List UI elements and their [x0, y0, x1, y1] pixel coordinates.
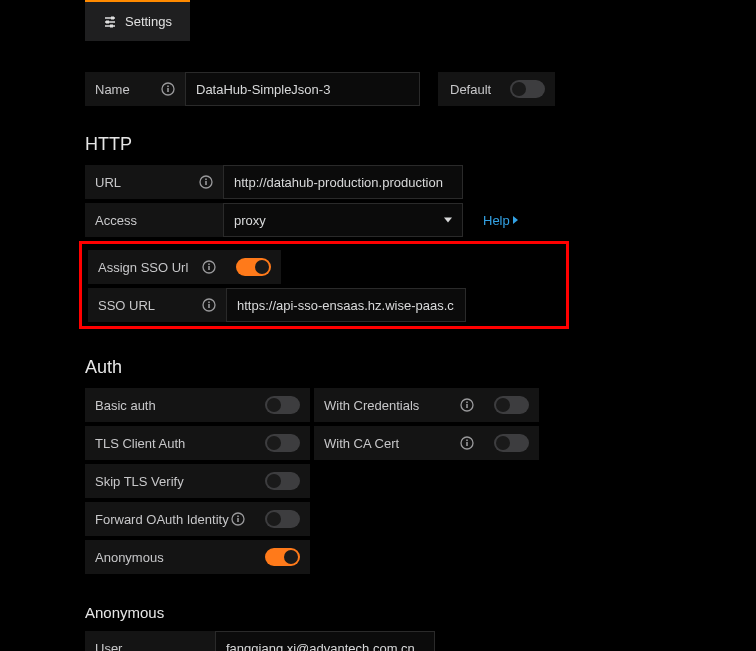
- default-toggle[interactable]: [500, 72, 555, 106]
- tabs: Settings: [0, 0, 756, 42]
- name-label: Name: [85, 72, 185, 106]
- url-label: URL: [85, 165, 223, 199]
- tls-client-auth-toggle[interactable]: [255, 426, 310, 460]
- info-icon[interactable]: [202, 260, 216, 274]
- access-label: Access: [85, 203, 223, 237]
- forward-oauth-label: Forward OAuth Identity: [85, 502, 255, 536]
- info-icon[interactable]: [161, 82, 175, 96]
- skip-tls-toggle[interactable]: [255, 464, 310, 498]
- http-section-title: HTTP: [85, 134, 756, 155]
- access-select[interactable]: proxy: [223, 203, 463, 237]
- sliders-icon: [103, 15, 117, 29]
- skip-tls-label: Skip TLS Verify: [85, 464, 255, 498]
- basic-auth-toggle[interactable]: [255, 388, 310, 422]
- forward-oauth-toggle[interactable]: [255, 502, 310, 536]
- assign-sso-label: Assign SSO Url: [88, 250, 226, 284]
- with-credentials-toggle[interactable]: [484, 388, 539, 422]
- assign-sso-toggle[interactable]: [226, 250, 281, 284]
- tls-client-auth-label: TLS Client Auth: [85, 426, 255, 460]
- url-input[interactable]: [223, 165, 463, 199]
- highlight-box: Assign SSO Url SSO URL: [79, 241, 569, 329]
- info-icon[interactable]: [460, 436, 474, 450]
- tab-settings[interactable]: Settings: [85, 0, 190, 41]
- anonymous-toggle[interactable]: [255, 540, 310, 574]
- with-ca-cert-label: With CA Cert: [314, 426, 484, 460]
- name-input[interactable]: [185, 72, 420, 106]
- info-icon[interactable]: [231, 512, 245, 526]
- basic-auth-label: Basic auth: [85, 388, 255, 422]
- chevron-down-icon: [444, 218, 452, 223]
- sso-url-input[interactable]: [226, 288, 466, 322]
- info-icon[interactable]: [202, 298, 216, 312]
- with-ca-cert-toggle[interactable]: [484, 426, 539, 460]
- sso-url-label: SSO URL: [88, 288, 226, 322]
- default-label: Default: [438, 72, 500, 106]
- user-input[interactable]: [215, 631, 435, 651]
- auth-section-title: Auth: [85, 357, 756, 378]
- user-label: User: [85, 631, 215, 651]
- help-link[interactable]: Help: [473, 203, 528, 237]
- with-credentials-label: With Credentials: [314, 388, 484, 422]
- anonymous-label: Anonymous: [85, 540, 255, 574]
- info-icon[interactable]: [460, 398, 474, 412]
- tab-settings-label: Settings: [125, 14, 172, 29]
- info-icon[interactable]: [199, 175, 213, 189]
- anonymous-section-title: Anonymous: [85, 604, 756, 621]
